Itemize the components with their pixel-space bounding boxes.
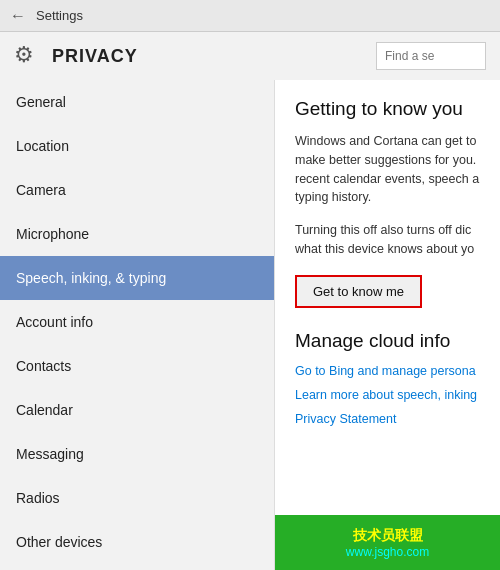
watermark: 技术员联盟 www.jsgho.com (275, 515, 500, 570)
paragraph2: Turning this off also turns off dic what… (295, 221, 482, 259)
content-pane: Getting to know you Windows and Cortana … (275, 80, 500, 570)
sidebar-item-3[interactable]: Microphone (0, 212, 274, 256)
sidebar-item-9[interactable]: Radios (0, 476, 274, 520)
sidebar-item-6[interactable]: Contacts (0, 344, 274, 388)
sidebar: GeneralLocationCameraMicrophoneSpeech, i… (0, 80, 275, 570)
sidebar-item-1[interactable]: Location (0, 124, 274, 168)
page-title: PRIVACY (52, 46, 376, 67)
title-bar: ← Settings (0, 0, 500, 32)
sidebar-item-5[interactable]: Account info (0, 300, 274, 344)
header: ⚙ PRIVACY (0, 32, 500, 80)
paragraph1: Windows and Cortana can get to make bett… (295, 132, 482, 207)
watermark-line1: 技术员联盟 (353, 527, 423, 545)
sidebar-item-8[interactable]: Messaging (0, 432, 274, 476)
content-link-0[interactable]: Go to Bing and manage persona (295, 364, 482, 378)
content-link-2[interactable]: Privacy Statement (295, 412, 482, 426)
back-button[interactable]: ← (10, 7, 26, 25)
sidebar-item-7[interactable]: Calendar (0, 388, 274, 432)
getting-to-know-title: Getting to know you (295, 98, 482, 120)
title-bar-label: Settings (36, 8, 83, 23)
links-container: Go to Bing and manage personaLearn more … (295, 364, 482, 426)
manage-cloud-title: Manage cloud info (295, 330, 482, 352)
content-link-1[interactable]: Learn more about speech, inking (295, 388, 482, 402)
main-layout: GeneralLocationCameraMicrophoneSpeech, i… (0, 80, 500, 570)
get-to-know-button[interactable]: Get to know me (295, 275, 422, 308)
gear-icon: ⚙ (14, 42, 42, 70)
search-input[interactable] (376, 42, 486, 70)
watermark-line2: www.jsgho.com (346, 545, 429, 559)
sidebar-item-11[interactable]: Feedback & diagnostics (0, 564, 274, 570)
sidebar-item-4[interactable]: Speech, inking, & typing (0, 256, 274, 300)
sidebar-item-0[interactable]: General (0, 80, 274, 124)
sidebar-item-2[interactable]: Camera (0, 168, 274, 212)
sidebar-item-10[interactable]: Other devices (0, 520, 274, 564)
